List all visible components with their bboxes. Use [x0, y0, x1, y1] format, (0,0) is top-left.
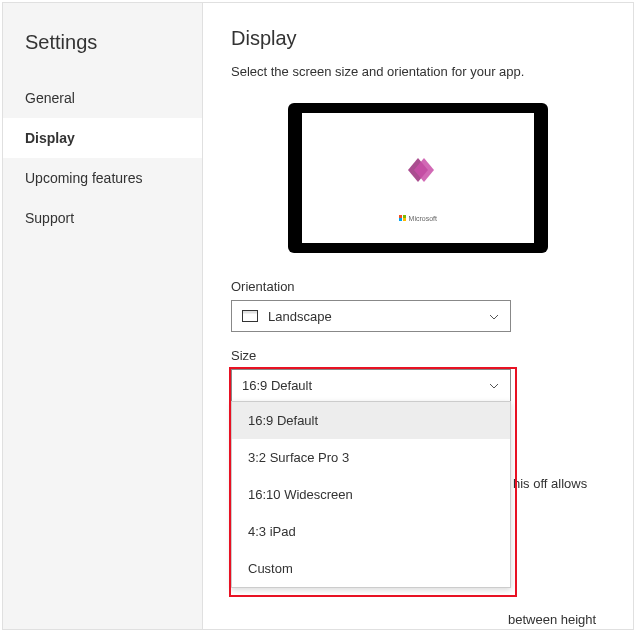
- microsoft-brand: Microsoft: [399, 215, 437, 222]
- size-option-4-3-ipad[interactable]: 4:3 iPad: [232, 513, 510, 550]
- settings-window: Settings General Display Upcoming featur…: [2, 2, 634, 630]
- svg-rect-3: [243, 311, 258, 314]
- size-option-custom[interactable]: Custom: [232, 550, 510, 587]
- microsoft-label: Microsoft: [409, 215, 437, 222]
- orientation-select[interactable]: Landscape: [231, 300, 511, 332]
- sidebar-item-general[interactable]: General: [3, 78, 202, 118]
- size-label: Size: [231, 348, 605, 363]
- size-option-16-9-default[interactable]: 16:9 Default: [232, 402, 510, 439]
- page-subtitle: Select the screen size and orientation f…: [231, 64, 605, 79]
- sidebar-item-upcoming-features[interactable]: Upcoming features: [3, 158, 202, 198]
- size-option-3-2-surface-pro-3[interactable]: 3:2 Surface Pro 3: [232, 439, 510, 476]
- orientation-label: Orientation: [231, 279, 605, 294]
- sidebar-item-support[interactable]: Support: [3, 198, 202, 238]
- orientation-value: Landscape: [268, 309, 332, 324]
- device-preview: Microsoft: [288, 103, 548, 253]
- page-title: Display: [231, 27, 605, 50]
- obscured-text-fragment: between height: [508, 612, 596, 627]
- sidebar-item-display[interactable]: Display: [3, 118, 202, 158]
- size-value: 16:9 Default: [242, 378, 312, 393]
- chevron-down-icon: [488, 311, 500, 326]
- landscape-icon: [242, 310, 258, 322]
- microsoft-logo-icon: [399, 215, 406, 222]
- size-select[interactable]: 16:9 Default: [231, 369, 511, 401]
- device-screen: Microsoft: [302, 113, 534, 243]
- obscured-text-fragment: his off allows: [513, 476, 587, 491]
- sidebar-title: Settings: [3, 21, 202, 78]
- sidebar: Settings General Display Upcoming featur…: [3, 3, 203, 629]
- size-option-16-10-widescreen[interactable]: 16:10 Widescreen: [232, 476, 510, 513]
- powerapps-logo-icon: [398, 153, 438, 191]
- main-panel: Display Select the screen size and orien…: [203, 3, 633, 629]
- chevron-down-icon: [488, 380, 500, 395]
- size-dropdown: 16:9 Default 3:2 Surface Pro 3 16:10 Wid…: [231, 401, 511, 588]
